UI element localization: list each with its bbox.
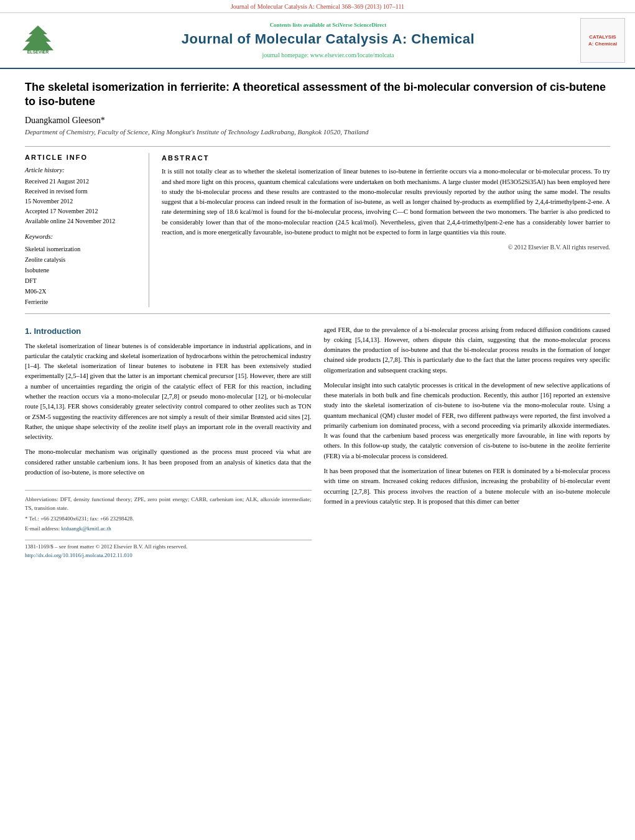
keyword-5: M06-2X: [25, 286, 140, 297]
body-right-col: aged FER, due to the prevalence of a bi-…: [324, 325, 611, 560]
body-two-col: 1. Introduction The skeletal isomerizati…: [25, 325, 610, 560]
homepage-url: www.elsevier.com/locate/molcata: [310, 52, 394, 58]
available-date: Available online 24 November 2012: [25, 216, 140, 226]
keyword-1: Skeletal isomerization: [25, 244, 140, 254]
accepted-date: Accepted 17 November 2012: [25, 206, 140, 216]
body-para-1: The skeletal isomerization of linear but…: [25, 341, 312, 443]
journal-top-bar: Journal of Molecular Catalysis A: Chemic…: [0, 0, 635, 13]
svg-text:ELSEVIER: ELSEVIER: [27, 50, 49, 54]
journal-title: Journal of Molecular Catalysis A: Chemic…: [76, 30, 580, 49]
footer-contact1: * Tel.: +66 23298400x6231; fax: +66 2329…: [25, 515, 312, 524]
received-date: Received 21 August 2012 Received in revi…: [25, 177, 140, 226]
footer-area: Abbreviations: DFT, density functional t…: [25, 490, 312, 560]
received: Received 21 August 2012: [25, 177, 140, 187]
journal-citation: Journal of Molecular Catalysis A: Chemic…: [231, 3, 404, 10]
footer-contact2: E-mail address: ktduangk@kmitl.ac.th: [25, 525, 312, 533]
body-para-r3: It has been proposed that the isomerizat…: [324, 466, 611, 507]
section1-heading: 1. Introduction: [25, 325, 312, 338]
sciverse-text: Contents lists available at: [270, 22, 333, 28]
keyword-4: DFT: [25, 275, 140, 286]
keyword-3: Isobutene: [25, 265, 140, 275]
history-label: Article history:: [25, 166, 140, 175]
email-label: E-mail address:: [25, 525, 61, 532]
homepage-label: journal homepage:: [262, 52, 308, 58]
main-content: The skeletal isomerization in ferrierite…: [0, 69, 635, 571]
author-text: Duangkamol Gleeson*: [25, 116, 105, 125]
body-left-col: 1. Introduction The skeletal isomerizati…: [25, 325, 312, 560]
affiliation: Department of Chemistry, Faculty of Scie…: [25, 127, 610, 137]
elsevier-logo: ELSEVIER: [10, 23, 66, 57]
keywords-list: Skeletal isomerization Zeolite catalysis…: [25, 244, 140, 307]
catalysis-logo: CATALYSISA: Chemical: [580, 18, 625, 63]
abstract-column: ABSTRACT It is still not totally clear a…: [162, 153, 610, 307]
journal-homepage: journal homepage: www.elsevier.com/locat…: [76, 51, 580, 60]
footer-bottom: 1381-1169/$ – see front matter © 2012 El…: [25, 540, 312, 560]
copyright-line: © 2012 Elsevier B.V. All rights reserved…: [162, 242, 610, 252]
section1-heading-text: 1. Introduction: [25, 326, 81, 336]
journal-header-center: Contents lists available at SciVerse Sci…: [76, 21, 580, 60]
body-para-r2: Molecular insight into such catalytic pr…: [324, 381, 611, 461]
received-revised-date: 15 November 2012: [25, 196, 140, 206]
body-para-2: The mono-molecular mechanism was origina…: [25, 447, 312, 478]
body-para-r1: aged FER, due to the prevalence of a bi-…: [324, 325, 611, 376]
keywords-label: Keywords:: [25, 233, 140, 242]
footer-abbreviations: Abbreviations: DFT, density functional t…: [25, 496, 312, 513]
doi-line[interactable]: http://dx.doi.org/10.1016/j.molcata.2012…: [25, 552, 312, 560]
abstract-text: It is still not totally clear as to whet…: [162, 167, 610, 238]
article-info-column: ARTICLE INFO Article history: Received 2…: [25, 153, 149, 307]
sciverse-brand: SciVerse ScienceDirect: [332, 22, 386, 28]
abstract-heading: ABSTRACT: [162, 153, 610, 164]
email-value[interactable]: ktduangk@kmitl.ac.th: [61, 525, 111, 532]
journal-header: ELSEVIER Contents lists available at Sci…: [0, 13, 635, 69]
received-revised-label: Received in revised form: [25, 187, 140, 196]
author-name: Duangkamol Gleeson*: [25, 114, 610, 127]
keyword-2: Zeolite catalysis: [25, 254, 140, 265]
keyword-6: Ferrierite: [25, 297, 140, 307]
catalysis-logo-text: CATALYSISA: Chemical: [588, 34, 617, 47]
article-info-heading: ARTICLE INFO: [25, 153, 140, 162]
sciverse-line: Contents lists available at SciVerse Sci…: [76, 21, 580, 29]
article-meta-row: ARTICLE INFO Article history: Received 2…: [25, 146, 610, 314]
article-title: The skeletal isomerization in ferrierite…: [25, 80, 610, 109]
issn-line: 1381-1169/$ – see front matter © 2012 El…: [25, 543, 312, 552]
